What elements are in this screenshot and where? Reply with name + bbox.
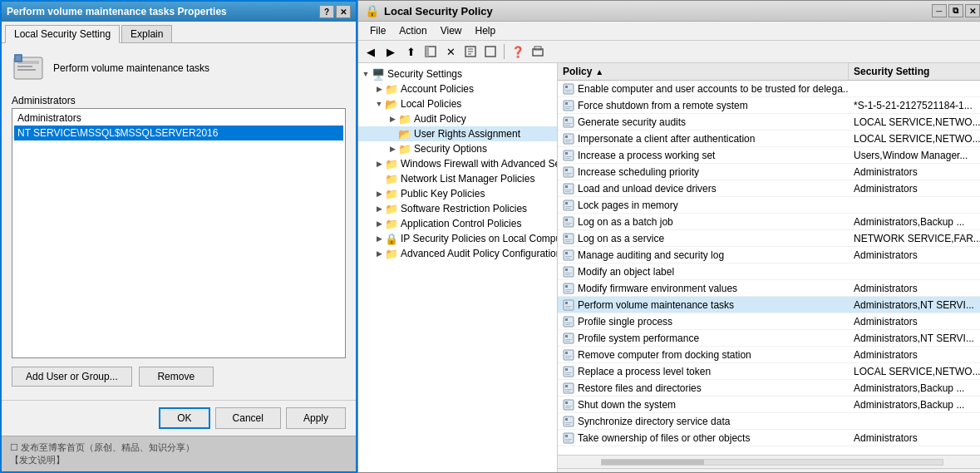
mmc-close-button[interactable]: ✕ xyxy=(965,4,980,17)
table-row[interactable]: Shut down the system Administrators,Back… xyxy=(558,397,980,413)
tree-item-account-policies[interactable]: ▶ 📁 Account Policies xyxy=(358,81,557,96)
tree-item-application-control[interactable]: ▶ 📁 Application Control Policies xyxy=(358,216,557,231)
expand-icon[interactable]: ▶ xyxy=(373,83,385,95)
svg-rect-83 xyxy=(564,367,574,377)
table-row[interactable]: Profile single process Administrators xyxy=(558,313,980,330)
menu-action[interactable]: Action xyxy=(392,23,433,38)
toolbar-extra[interactable] xyxy=(529,42,547,61)
table-row[interactable]: Take ownership of files or other objects… xyxy=(558,430,980,446)
table-row[interactable]: Restore files and directories Administra… xyxy=(558,380,980,397)
table-row[interactable]: Generate security audits LOCAL SERVICE,N… xyxy=(558,114,980,131)
expand-icon[interactable]: ▶ xyxy=(387,113,398,125)
table-row[interactable]: Perform volume maintenance tasks Adminis… xyxy=(558,297,980,313)
tree-item-ip-security[interactable]: ▶ 🔒 IP Security Policies on Local Comput… xyxy=(358,231,557,246)
table-row[interactable]: Increase a process working set Users,Win… xyxy=(558,147,980,164)
table-row[interactable]: Modify firmware environment values Admin… xyxy=(558,280,980,297)
expand-icon[interactable]: ▶ xyxy=(373,248,385,259)
svg-rect-47 xyxy=(564,217,574,227)
tab-explain[interactable]: Explain xyxy=(121,25,172,42)
add-user-button[interactable]: Add User or Group... xyxy=(12,367,132,387)
horizontal-scrollbar[interactable] xyxy=(558,455,980,468)
table-row[interactable]: Impersonate a client after authenticatio… xyxy=(558,131,980,147)
svg-rect-39 xyxy=(564,184,574,194)
col-header-setting[interactable]: Security Setting xyxy=(849,63,980,80)
policy-header: Perform volume maintenance tasks xyxy=(12,52,346,85)
toolbar-back[interactable]: ◀ xyxy=(362,42,380,61)
apply-button[interactable]: Apply xyxy=(286,407,346,429)
col-header-policy[interactable]: Policy ▲ xyxy=(558,63,849,80)
svg-rect-54 xyxy=(565,241,570,242)
expand-icon[interactable]: ▶ xyxy=(373,188,385,200)
menu-view[interactable]: View xyxy=(434,23,469,38)
list-item[interactable]: Administrators xyxy=(14,111,343,126)
remove-button[interactable]: Remove xyxy=(139,367,214,387)
expand-icon[interactable]: ▶ xyxy=(373,233,385,244)
tree-label: Software Restriction Policies xyxy=(401,203,527,214)
tree-item-network-list[interactable]: 📁 Network List Manager Policies xyxy=(358,171,557,186)
tree-pane[interactable]: ▼ 🖥️ Security Settings ▶ 📁 Account Polic… xyxy=(358,63,558,472)
tab-local-security-setting[interactable]: Local Security Setting xyxy=(5,25,120,43)
menu-file[interactable]: File xyxy=(363,23,392,38)
tree-item-local-policies[interactable]: ▼ 📂 Local Policies xyxy=(358,96,557,111)
table-row[interactable]: Synchronize directory service data xyxy=(558,413,980,430)
mmc-app-icon: 🔒 xyxy=(365,4,379,17)
mmc-titlebar-buttons: ─ ⧉ ✕ xyxy=(932,4,980,17)
table-row[interactable]: Load and unload device drivers Administr… xyxy=(558,180,980,197)
table-row[interactable]: Log on as a service NETWORK SERVICE,FAR.… xyxy=(558,230,980,247)
cancel-button[interactable]: Cancel xyxy=(215,407,281,429)
table-row[interactable]: Remove computer from docking station Adm… xyxy=(558,347,980,363)
close-button[interactable]: ✕ xyxy=(336,5,351,18)
tree-item-user-rights[interactable]: 📂 User Rights Assignment xyxy=(358,126,557,141)
expand-icon[interactable]: ▶ xyxy=(373,203,385,214)
table-row[interactable]: Force shutdown from a remote system *S-1… xyxy=(558,97,980,114)
table-row[interactable]: Lock pages in memory xyxy=(558,197,980,214)
svg-rect-72 xyxy=(565,318,568,321)
svg-rect-22 xyxy=(565,108,570,109)
toolbar-delete[interactable]: ✕ xyxy=(441,42,460,61)
expand-icon[interactable]: ▶ xyxy=(373,218,385,229)
toolbar-show-hide[interactable] xyxy=(421,42,440,61)
tree-item-security-settings[interactable]: ▼ 🖥️ Security Settings xyxy=(358,67,557,81)
users-listbox[interactable]: Administrators NT SERVICE\MSSQL$MSSQLSER… xyxy=(12,108,346,358)
ok-button[interactable]: OK xyxy=(159,407,209,429)
setting-cell: Users,Window Manager... xyxy=(849,148,980,163)
toolbar-separator xyxy=(504,44,505,59)
menu-help[interactable]: Help xyxy=(469,23,503,38)
svg-rect-87 xyxy=(564,383,574,393)
table-row[interactable]: Increase scheduling priority Administrat… xyxy=(558,164,980,180)
mmc-restore-button[interactable]: ⧉ xyxy=(948,4,963,17)
help-button[interactable]: ? xyxy=(319,5,334,18)
toolbar-export[interactable] xyxy=(481,42,500,61)
table-row[interactable]: Modify an object label xyxy=(558,264,980,280)
toolbar-help[interactable]: ❓ xyxy=(509,42,527,61)
table-row[interactable]: Manage auditing and security log Adminis… xyxy=(558,247,980,264)
svg-rect-91 xyxy=(564,400,574,410)
mmc-toolbar: ◀ ▶ ⬆ ✕ ❓ xyxy=(358,41,980,63)
table-row[interactable]: Replace a process level token LOCAL SERV… xyxy=(558,363,980,380)
expand-icon[interactable]: ▶ xyxy=(373,158,385,170)
toolbar-up[interactable]: ⬆ xyxy=(401,42,420,61)
expand-icon[interactable]: ▼ xyxy=(360,68,372,80)
tree-item-software-restriction[interactable]: ▶ 📁 Software Restriction Policies xyxy=(358,201,557,216)
folder-icon: 📁 xyxy=(385,217,398,230)
policy-list[interactable]: Enable computer and user accounts to be … xyxy=(558,81,980,455)
tree-item-audit-policy[interactable]: ▶ 📁 Audit Policy xyxy=(358,111,557,126)
mmc-minimize-button[interactable]: ─ xyxy=(932,4,947,17)
table-row[interactable]: Profile system performance Administrator… xyxy=(558,330,980,347)
expand-icon[interactable]: ▼ xyxy=(373,98,385,110)
toolbar-forward[interactable]: ▶ xyxy=(382,42,400,61)
toolbar-properties[interactable] xyxy=(461,42,480,61)
svg-rect-86 xyxy=(565,374,570,375)
folder-icon: 📁 xyxy=(398,112,411,126)
setting-cell: *S-1-5-21-2127521184-1... xyxy=(849,98,980,113)
row-icon xyxy=(563,183,574,195)
table-row[interactable]: Enable computer and user accounts to be … xyxy=(558,81,980,97)
tree-item-advanced-audit[interactable]: ▶ 📁 Advanced Audit Policy Configuration xyxy=(358,246,557,261)
tree-item-windows-firewall[interactable]: ▶ 📁 Windows Firewall with Advanced Secu.… xyxy=(358,156,557,171)
table-row[interactable]: Log on as a batch job Administrators,Bac… xyxy=(558,214,980,230)
tree-item-public-key[interactable]: ▶ 📁 Public Key Policies xyxy=(358,186,557,201)
list-item-selected[interactable]: NT SERVICE\MSSQL$MSSQLSERVER2016 xyxy=(14,126,343,140)
expand-icon[interactable]: ▶ xyxy=(387,143,398,155)
tree-item-security-options[interactable]: ▶ 📁 Security Options xyxy=(358,141,557,156)
row-icon xyxy=(563,150,574,161)
